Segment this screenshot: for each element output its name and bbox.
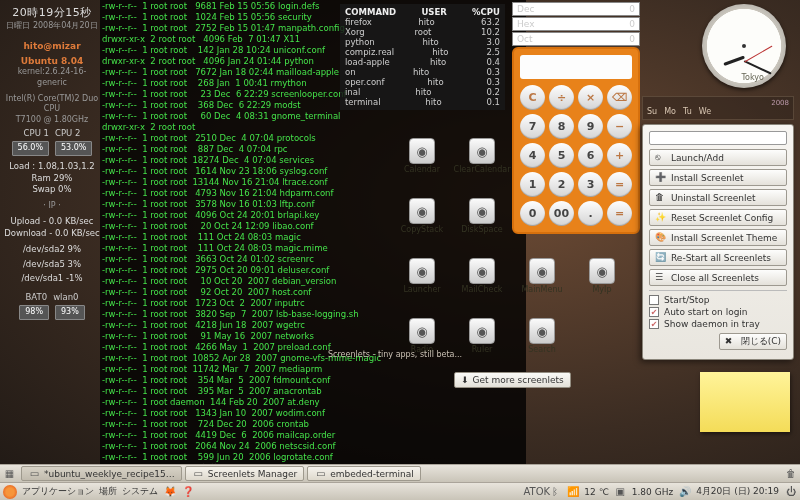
cpu-clock: T7100 @ 1.80GHz bbox=[4, 115, 100, 126]
calc-key[interactable]: ÷ bbox=[549, 85, 574, 110]
disk1: /dev/sda2 9% bbox=[4, 244, 100, 255]
process-row: oper.confhito0.3 bbox=[345, 77, 500, 87]
terminal-line: -rw-r--r-- 1 root root 599 Jun 20 2006 l… bbox=[102, 452, 524, 463]
down-arrow-icon: ⬇ bbox=[461, 375, 469, 385]
menu-system[interactable]: システム bbox=[122, 485, 158, 498]
calc-key[interactable]: = bbox=[607, 172, 632, 197]
calc-key[interactable]: 0 bbox=[520, 201, 545, 226]
desktop-launcher[interactable]: ◉ClearCalendar bbox=[454, 138, 510, 174]
get-more-button[interactable]: ⬇Get more screenlets bbox=[454, 372, 571, 388]
launcher-label: ClearCalendar bbox=[454, 165, 511, 174]
tray-date[interactable]: 4月20日 (日) 20:19 bbox=[696, 485, 779, 498]
calc-key[interactable]: 5 bbox=[549, 143, 574, 168]
checkbox-icon: ✔ bbox=[649, 319, 659, 329]
terminal-line: -rw-r--r-- 1 root root 4419 Dec 6 2006 m… bbox=[102, 430, 524, 441]
cpu-freq: 1.80 GHz bbox=[632, 487, 673, 497]
taskbar-item[interactable]: ▭embeded-terminal bbox=[307, 466, 420, 481]
screenlets-tagline: Screenlets - tiny apps, still beta... bbox=[328, 350, 462, 359]
desktop-launcher[interactable]: ◉CopyStack bbox=[394, 198, 450, 234]
screenlets-search[interactable] bbox=[649, 131, 787, 145]
screenlet-checkbox[interactable]: Start/Stop bbox=[649, 295, 787, 305]
screenlet-checkbox[interactable]: ✔Show daemon in tray bbox=[649, 319, 787, 329]
calc-key[interactable]: 4 bbox=[520, 143, 545, 168]
desktop-launcher[interactable]: ◉MyIp bbox=[574, 258, 630, 294]
desktop-launcher[interactable]: ◉DiskSpace bbox=[454, 198, 510, 234]
calc-key[interactable]: 2 bbox=[549, 172, 574, 197]
desktop-launcher[interactable]: ◉Ruler bbox=[454, 318, 510, 354]
calc-key[interactable]: 9 bbox=[578, 114, 603, 139]
process-row: compiz.realhito2.5 bbox=[345, 47, 500, 57]
bottom-panel[interactable]: アプリケーション 場所 システム 🦊 ❓ ATOK ᛒ 📶 12 ℃ ▣ 1.8… bbox=[0, 482, 800, 500]
calc-mode-row: Dec0 bbox=[512, 2, 640, 16]
action-icon: ➕ bbox=[655, 172, 666, 183]
calc-key[interactable]: . bbox=[578, 201, 603, 226]
volume-icon[interactable]: 🔊 bbox=[678, 485, 691, 498]
close-button[interactable]: ✖閉じる(C) bbox=[719, 333, 787, 350]
screenlet-action-button[interactable]: ⎋Launch/Add bbox=[649, 149, 787, 166]
calc-key[interactable]: 7 bbox=[520, 114, 545, 139]
launcher-label: Search bbox=[528, 345, 555, 354]
calc-key[interactable]: C bbox=[520, 85, 545, 110]
close-icon: ✖ bbox=[725, 336, 736, 347]
trash-icon[interactable]: 🗑 bbox=[784, 467, 797, 480]
desktop-launcher[interactable]: ◉Radio bbox=[394, 318, 450, 354]
logout-icon[interactable]: ⏻ bbox=[784, 485, 797, 498]
calc-key[interactable]: − bbox=[607, 114, 632, 139]
system-monitor: 20時19分15秒 日曜日 2008年04月20日 hito@mizar Ubu… bbox=[4, 6, 100, 320]
show-desktop-icon[interactable]: ▦ bbox=[3, 467, 16, 480]
screenlet-action-button[interactable]: ☰Close all Screenlets bbox=[649, 269, 787, 286]
cpu-model: Intel(R) Core(TM)2 Duo CPU bbox=[4, 94, 100, 116]
launcher-icon: ◉ bbox=[589, 258, 615, 284]
launcher-icon: ◉ bbox=[409, 318, 435, 344]
distro: Ubuntu 8.04 bbox=[4, 55, 100, 67]
launcher-label: MainMenu bbox=[521, 285, 562, 294]
calc-key[interactable]: + bbox=[607, 143, 632, 168]
screenlet-action-button[interactable]: ➕Install Screenlet bbox=[649, 169, 787, 186]
clock-city: Tokyo bbox=[742, 73, 764, 82]
chip-icon: ▣ bbox=[614, 485, 627, 498]
calc-mode-row: Hex0 bbox=[512, 17, 640, 31]
calc-key[interactable]: 00 bbox=[549, 201, 574, 226]
taskbar[interactable]: ▦ ▭*ubuntu_weeklye_recipe15…▭Screenlets … bbox=[0, 464, 800, 482]
ubuntu-logo-icon[interactable] bbox=[3, 485, 17, 499]
process-row: terminalhito0.1 bbox=[345, 97, 500, 107]
launcher-icon: ◉ bbox=[469, 198, 495, 224]
terminal-line: -rw-r--r-- 1 root root 2064 Nov 24 2006 … bbox=[102, 441, 524, 452]
menu-places[interactable]: 場所 bbox=[99, 485, 117, 498]
calc-key[interactable]: × bbox=[578, 85, 603, 110]
bluetooth-icon[interactable]: ᛒ bbox=[548, 485, 561, 498]
desktop-launcher[interactable]: ◉Launcher bbox=[394, 258, 450, 294]
screenlet-action-button[interactable]: ✨Reset Screenlet Config bbox=[649, 209, 787, 226]
screenlet-action-button[interactable]: 🎨Install Screenlet Theme bbox=[649, 229, 787, 246]
calc-key[interactable]: ⌫ bbox=[607, 85, 632, 110]
menu-apps[interactable]: アプリケーション bbox=[22, 485, 94, 498]
network-icon[interactable]: 📶 bbox=[566, 485, 579, 498]
launcher-label: CopyStack bbox=[401, 225, 443, 234]
firefox-icon[interactable]: 🦊 bbox=[163, 485, 176, 498]
desktop-launcher[interactable]: ◉MailCheck bbox=[454, 258, 510, 294]
help-icon[interactable]: ❓ bbox=[181, 485, 194, 498]
taskbar-item[interactable]: ▭*ubuntu_weeklye_recipe15… bbox=[21, 466, 182, 481]
calc-key[interactable]: 1 bbox=[520, 172, 545, 197]
calc-key[interactable]: 6 bbox=[578, 143, 603, 168]
calc-key[interactable]: = bbox=[607, 201, 632, 226]
calculator-widget[interactable]: Dec0Hex0Oct0 C÷×⌫789−456+123=000.= bbox=[512, 2, 640, 234]
desktop-launcher[interactable]: ◉MainMenu bbox=[514, 258, 570, 294]
calc-key[interactable]: 8 bbox=[549, 114, 574, 139]
process-row: inalhito0.2 bbox=[345, 87, 500, 97]
kernel: kernel:2.6.24-16-generic bbox=[4, 67, 100, 89]
screenlet-action-button[interactable]: 🗑Uninstall Screenlet bbox=[649, 189, 787, 206]
date-text: 日曜日 2008年04月20日 bbox=[4, 21, 100, 32]
atok-tray[interactable]: ATOK bbox=[530, 485, 543, 498]
sticky-note[interactable] bbox=[700, 372, 790, 432]
screenlet-checkbox[interactable]: ✔Auto start on login bbox=[649, 307, 787, 317]
calendar-widget[interactable]: 2008 SuMoTuWe bbox=[642, 96, 794, 120]
desktop-launcher[interactable]: ◉Search bbox=[514, 318, 570, 354]
terminal-line: -rw-r--r-- 1 root root 13144 Nov 16 21:0… bbox=[102, 177, 524, 188]
screenlet-action-button[interactable]: 🔄Re-Start all Screenlets bbox=[649, 249, 787, 266]
calc-key[interactable]: 3 bbox=[578, 172, 603, 197]
terminal-line: -rw-r--r-- 1 root root 111 Oct 24 08:03 … bbox=[102, 243, 524, 254]
desktop-launcher[interactable]: ◉Calendar bbox=[394, 138, 450, 174]
taskbar-item[interactable]: ▭Screenlets Manager bbox=[185, 466, 305, 481]
launcher-icon: ◉ bbox=[409, 258, 435, 284]
